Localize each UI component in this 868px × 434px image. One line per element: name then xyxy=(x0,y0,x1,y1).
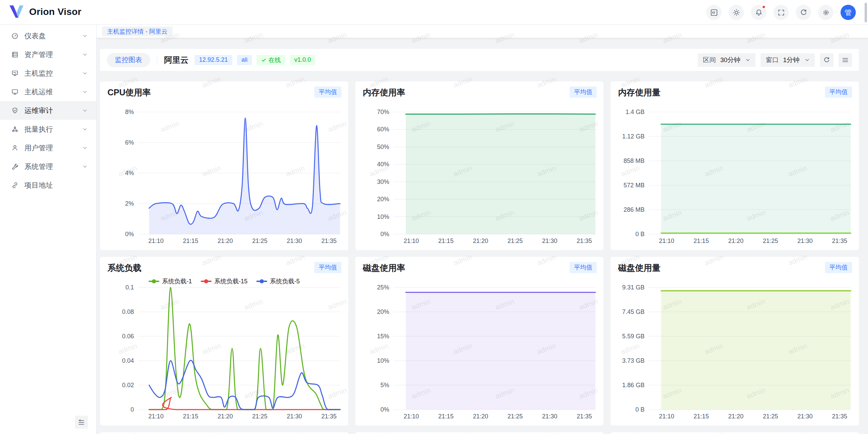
code-button[interactable] xyxy=(706,5,722,20)
svg-text:60%: 60% xyxy=(377,126,389,133)
host-ops-icon xyxy=(11,88,19,96)
svg-text:15%: 15% xyxy=(377,333,389,340)
chevron-down-icon xyxy=(82,89,87,94)
sidebar-item-audit[interactable]: 运维审计 xyxy=(0,101,96,120)
chart-plot[interactable]: 8%6%4%2%0%21:1021:1521:2021:2521:3021:35 xyxy=(100,101,348,249)
svg-text:0.06: 0.06 xyxy=(122,333,134,340)
svg-text:0.04: 0.04 xyxy=(122,357,134,364)
sidebar-item-project-link[interactable]: 项目地址 xyxy=(0,176,96,194)
svg-text:21:30: 21:30 xyxy=(542,413,557,420)
svg-text:21:30: 21:30 xyxy=(287,238,302,244)
svg-text:21:25: 21:25 xyxy=(252,413,268,420)
svg-text:7.45 GB: 7.45 GB xyxy=(622,308,645,315)
chart-plot[interactable]: 0.10.080.060.040.02021:1021:1521:2021:25… xyxy=(100,277,348,424)
chart-plot[interactable]: 9.31 GB7.45 GB5.59 GB3.73 GB1.86 GB0 B21… xyxy=(611,277,859,424)
view-toggle-monitor-charts[interactable]: 监控图表 xyxy=(107,53,150,67)
svg-text:20%: 20% xyxy=(377,308,389,315)
tag-status: 在线 xyxy=(257,55,285,65)
chart-card-load: 系统负载 平均值 系统负载-1系统负载-15系统负载-5 0.10.080.06… xyxy=(100,257,348,426)
window-select[interactable]: 窗口 1分钟 xyxy=(761,53,815,67)
sidebar-item-dashboard[interactable]: 仪表盘 xyxy=(0,26,96,45)
svg-text:5%: 5% xyxy=(380,382,389,389)
svg-text:21:10: 21:10 xyxy=(659,413,674,420)
svg-text:0%: 0% xyxy=(380,231,389,238)
sidebar-item-host-ops[interactable]: 主机运维 xyxy=(0,82,96,101)
legend-label: 系统负载-15 xyxy=(214,277,248,285)
fullscreen-button[interactable] xyxy=(773,5,789,20)
chart-plot[interactable]: 25%20%15%10%5%0%21:1021:1521:2021:2521:3… xyxy=(355,277,604,424)
svg-text:21:10: 21:10 xyxy=(404,413,419,420)
chevron-down-icon xyxy=(82,108,87,113)
average-badge: 平均值 xyxy=(570,87,597,98)
svg-text:8%: 8% xyxy=(125,109,134,115)
chart-legend: 系统负载-1系统负载-15系统负载-5 xyxy=(100,277,348,285)
svg-text:20%: 20% xyxy=(377,196,389,203)
svg-text:21:30: 21:30 xyxy=(542,238,557,244)
legend-item[interactable]: 系统负载-5 xyxy=(256,277,300,285)
svg-text:40%: 40% xyxy=(377,161,389,168)
theme-button[interactable] xyxy=(729,5,744,20)
svg-text:21:15: 21:15 xyxy=(438,413,454,420)
v-logo-icon xyxy=(9,5,24,19)
svg-text:21:15: 21:15 xyxy=(183,238,198,244)
user-avatar[interactable]: 管 xyxy=(841,5,856,20)
charts-refresh-button[interactable] xyxy=(820,53,833,67)
chart-card-disk-amt: 磁盘使用量 平均值 9.31 GB7.45 GB5.59 GB3.73 GB1.… xyxy=(611,257,859,426)
chart-title: 磁盘使用量 xyxy=(618,262,660,273)
svg-text:286 MB: 286 MB xyxy=(624,206,645,213)
interval-select[interactable]: 区间 30分钟 xyxy=(698,53,755,67)
legend-item[interactable]: 系统负载-1 xyxy=(149,277,192,285)
tab-host-monitor-detail[interactable]: 主机监控详情 - 阿里云 xyxy=(102,26,173,36)
svg-text:21:25: 21:25 xyxy=(508,413,523,420)
chart-plot[interactable]: 70%60%50%40%30%20%10%0%21:1021:1521:2021… xyxy=(355,101,604,249)
refresh-icon xyxy=(823,56,830,64)
svg-text:21:20: 21:20 xyxy=(473,413,488,420)
next-row-card xyxy=(611,432,859,434)
svg-text:0%: 0% xyxy=(125,231,134,238)
legend-marker-icon xyxy=(256,281,267,282)
charts-layout-button[interactable] xyxy=(839,53,852,67)
sidebar-item-batch-exec[interactable]: 批量执行 xyxy=(0,120,96,138)
sidebar-item-system[interactable]: 系统管理 xyxy=(0,157,96,176)
svg-text:21:35: 21:35 xyxy=(577,238,592,244)
host-monitor-icon xyxy=(11,70,19,77)
average-badge: 平均值 xyxy=(825,87,852,98)
refresh-button[interactable] xyxy=(796,5,811,20)
chart-card-mem-amt: 内存使用量 平均值 1.4 GB1.12 GB858 MB572 MB286 M… xyxy=(611,81,859,250)
average-badge: 平均值 xyxy=(314,262,341,273)
svg-text:6%: 6% xyxy=(125,139,134,146)
svg-text:21:35: 21:35 xyxy=(321,238,337,244)
svg-text:21:25: 21:25 xyxy=(763,413,778,420)
svg-text:21:10: 21:10 xyxy=(659,238,674,244)
svg-text:21:35: 21:35 xyxy=(832,413,847,420)
batch-exec-icon xyxy=(11,126,19,133)
sidebar-item-host-monitor[interactable]: 主机监控 xyxy=(0,64,96,82)
notifications-button[interactable] xyxy=(751,5,766,20)
chart-plot[interactable]: 1.4 GB1.12 GB858 MB572 MB286 MB0 B21:102… xyxy=(611,101,859,249)
sidebar-item-users[interactable]: 用户管理 xyxy=(0,138,96,157)
svg-text:21:30: 21:30 xyxy=(797,413,813,420)
user-icon xyxy=(11,144,19,152)
link-icon xyxy=(11,182,19,189)
tab-bar: 主机监控详情 - 阿里云 xyxy=(97,25,868,38)
svg-text:21:15: 21:15 xyxy=(183,413,198,420)
svg-text:21:20: 21:20 xyxy=(218,238,233,244)
svg-text:50%: 50% xyxy=(377,144,389,150)
legend-marker-icon xyxy=(201,281,212,282)
settings-button[interactable] xyxy=(818,5,833,20)
legend-item[interactable]: 系统负载-15 xyxy=(201,277,248,285)
sidebar-item-assets[interactable]: 资产管理 xyxy=(0,45,96,64)
svg-text:0 B: 0 B xyxy=(635,406,645,413)
svg-text:1.86 GB: 1.86 GB xyxy=(622,382,645,389)
check-icon xyxy=(261,57,267,63)
next-row-card xyxy=(355,432,604,434)
scrollbar-thumb[interactable] xyxy=(865,3,867,22)
sidebar-collapse-button[interactable] xyxy=(75,416,88,429)
legend-label: 系统负载-1 xyxy=(162,277,192,285)
svg-text:10%: 10% xyxy=(377,213,389,220)
brand-name: Orion Visor xyxy=(29,6,81,17)
toolbar-controls: 区间 30分钟 窗口 1分钟 xyxy=(698,53,852,67)
chevron-down-icon xyxy=(82,33,87,38)
chevron-down-icon xyxy=(82,127,87,132)
chevron-down-icon xyxy=(82,71,87,76)
